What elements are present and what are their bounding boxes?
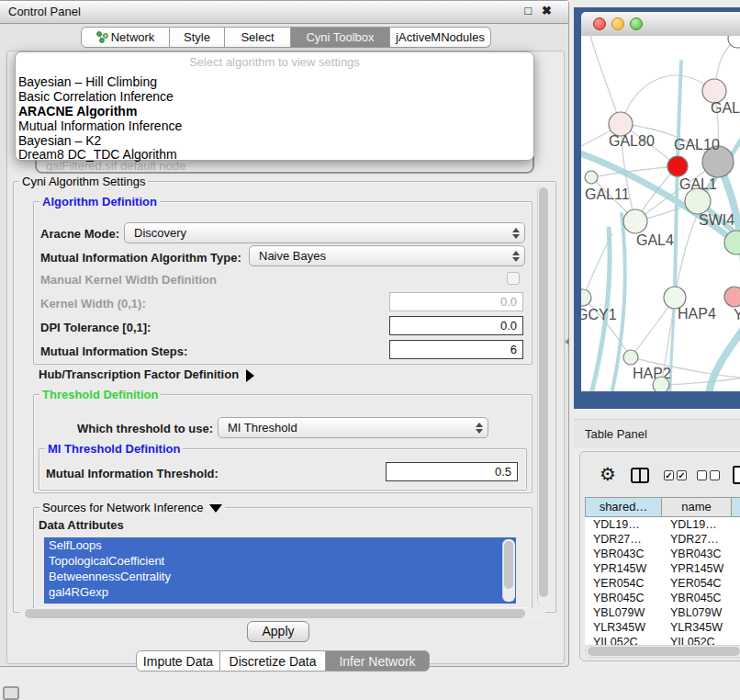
table-panel-header[interactable]: Table Panel — [574, 419, 740, 447]
tab-impute-data-label: Impute Data — [143, 654, 213, 669]
minimize-traffic-light-icon[interactable] — [611, 17, 624, 30]
network-node[interactable] — [667, 156, 688, 176]
table-header-row: shared… name A — [585, 497, 740, 517]
zoom-traffic-light-icon[interactable] — [630, 17, 643, 30]
tab-discretize-data[interactable]: Discretize Data — [220, 650, 326, 672]
network-window-titlebar[interactable] — [581, 12, 740, 37]
algorithm-dropdown: Select algorithm to view settings Bayesi… — [15, 51, 534, 161]
kernel-width-field[interactable]: 0.0 — [389, 292, 523, 311]
scrollbar-thumb[interactable] — [588, 647, 740, 656]
splitter-collapse-icon[interactable] — [565, 338, 569, 345]
tab-network[interactable]: Network — [81, 27, 170, 48]
scrollbar-thumb[interactable] — [539, 187, 548, 597]
table-cell: YDL19… — [585, 517, 662, 532]
network-edge — [612, 214, 625, 390]
table-row[interactable]: YIL052CYIL052C9. — [585, 635, 740, 645]
tab-style[interactable]: Style — [170, 27, 225, 48]
data-attributes-list[interactable]: SelfLoops TopologicalCoefficient Between… — [44, 537, 516, 604]
column-header-partial[interactable]: A — [731, 497, 740, 517]
which-threshold-label: Which threshold to use: — [77, 422, 213, 435]
close-window-icon[interactable]: ✖ — [542, 4, 552, 17]
mi-type-combo[interactable]: Naive Bayes — [249, 245, 525, 266]
network-canvas[interactable]: GALGAL80GAL10GAL11GAL1GAL4SWI4GCY1HAP4YH… — [581, 36, 740, 391]
table-row[interactable]: YBL079WYBL079W — [585, 605, 740, 620]
network-node-label: GAL1 — [679, 176, 717, 192]
float-window-icon[interactable]: □ — [524, 4, 532, 17]
list-item[interactable]: BetweennessCentrality — [44, 569, 516, 584]
select-all-checkbox-icon[interactable] — [664, 470, 674, 480]
table-row[interactable]: YBR043CYBR043C — [585, 547, 740, 561]
table-row[interactable]: YPR145WYPR145W9. — [585, 561, 740, 576]
table-cell: YDR27… — [662, 532, 732, 547]
column-header-name[interactable]: name — [661, 497, 732, 517]
manual-kernel-checkbox[interactable] — [507, 272, 520, 285]
tab-cyni-toolbox-label: Cyni Toolbox — [306, 30, 374, 44]
aracne-mode-combo[interactable]: Discovery — [124, 222, 525, 243]
apply-button[interactable]: Apply — [247, 621, 309, 642]
dropdown-item[interactable]: Dream8 DC_TDC Algorithm — [18, 148, 523, 162]
table-horizontal-scrollbar[interactable] — [585, 645, 740, 658]
deselect-all-checkbox-icon[interactable] — [710, 470, 720, 480]
tab-infer-network-label: Infer Network — [339, 654, 415, 669]
columns-icon[interactable] — [631, 468, 649, 483]
tab-select[interactable]: Select — [225, 27, 291, 48]
combo-arrows-icon — [475, 422, 482, 435]
settings-horizontal-scrollbar[interactable] — [20, 608, 545, 619]
kernel-width-label: Kernel Width (0,1): — [40, 297, 146, 310]
which-threshold-combo[interactable]: MI Threshold — [218, 417, 488, 438]
threshold-definition-title: Threshold Definition — [39, 388, 161, 401]
settings-vertical-scrollbar[interactable] — [537, 185, 550, 605]
close-traffic-light-icon[interactable] — [593, 17, 606, 30]
network-node[interactable] — [724, 287, 740, 307]
tab-jactivemnodules[interactable]: jActiveMNodules — [390, 27, 491, 48]
sources-title[interactable]: Sources for Network Inference — [39, 501, 225, 514]
list-vertical-scrollbar[interactable] — [502, 539, 515, 602]
dropdown-item[interactable]: Bayesian – Hill Climbing — [18, 75, 523, 89]
table-row[interactable]: YBR045CYBR045C9. — [585, 591, 740, 605]
table-cell: YBL079W — [585, 605, 662, 620]
table-toolbar: ⚙ — [580, 459, 740, 491]
list-item[interactable]: TopologicalCoefficient — [44, 553, 516, 569]
collapse-arrow-icon — [209, 504, 222, 513]
network-node[interactable] — [623, 350, 638, 365]
deselect-all-checkbox-icon[interactable] — [697, 470, 707, 480]
control-panel-titlebar[interactable]: Control Panel □ ✖ — [0, 1, 568, 24]
network-node[interactable] — [581, 289, 591, 306]
gear-icon[interactable]: ⚙ — [600, 465, 616, 483]
scrollbar-thumb[interactable] — [504, 541, 513, 589]
tab-impute-data[interactable]: Impute Data — [136, 650, 220, 672]
export-table-icon[interactable] — [733, 466, 740, 484]
dropdown-item[interactable]: Bayesian – K2 — [18, 134, 523, 148]
mi-threshold-field[interactable]: 0.5 — [386, 462, 518, 481]
network-node-label: GAL4 — [636, 232, 674, 248]
network-node-label: GCY1 — [581, 307, 617, 322]
list-item[interactable]: gal4RGexp — [44, 584, 516, 600]
table-row[interactable]: YLR345WYLR345W9. — [585, 620, 740, 635]
hub-definition-toggle[interactable]: Hub/Transcription Factor Definition — [39, 367, 254, 382]
tab-jactivemnodules-label: jActiveMNodules — [396, 30, 485, 44]
table-row[interactable]: YDL19…YDL19…13 — [585, 517, 740, 532]
dropdown-item[interactable]: Mutual Information Inference — [18, 119, 523, 133]
network-node[interactable] — [685, 188, 711, 214]
column-header-shared[interactable]: shared… — [585, 497, 662, 517]
select-all-checkbox-icon[interactable] — [677, 470, 687, 480]
birdseye-button[interactable] — [3, 686, 19, 700]
dropdown-item[interactable]: Basic Correlation Inference — [18, 90, 523, 104]
list-item[interactable]: SelfLoops — [44, 537, 516, 553]
dropdown-item-selected[interactable]: ARACNE Algorithm — [18, 105, 523, 119]
network-node[interactable] — [653, 377, 669, 391]
table-row[interactable]: YDR27…YDR27…12 — [585, 532, 740, 547]
network-node[interactable] — [585, 171, 598, 184]
tab-cyni-toolbox[interactable]: Cyni Toolbox — [291, 27, 390, 48]
scrollbar-thumb[interactable] — [25, 609, 525, 618]
mi-steps-field[interactable]: 6 — [389, 340, 523, 359]
network-node[interactable] — [623, 209, 647, 233]
dpi-tolerance-field[interactable]: 0.0 — [389, 316, 523, 335]
manual-kernel-label: Manual Kernel Width Definition — [40, 273, 217, 287]
network-edge — [590, 36, 621, 124]
cyni-bottom-tabbar: Impute Data Discretize Data Infer Networ… — [0, 650, 568, 672]
table-row[interactable]: YER054CYER054C8. — [585, 576, 740, 591]
mi-threshold-label: Mutual Information Threshold: — [46, 467, 219, 480]
tab-infer-network[interactable]: Infer Network — [326, 650, 430, 672]
table-cell: YIL052C — [585, 635, 662, 645]
